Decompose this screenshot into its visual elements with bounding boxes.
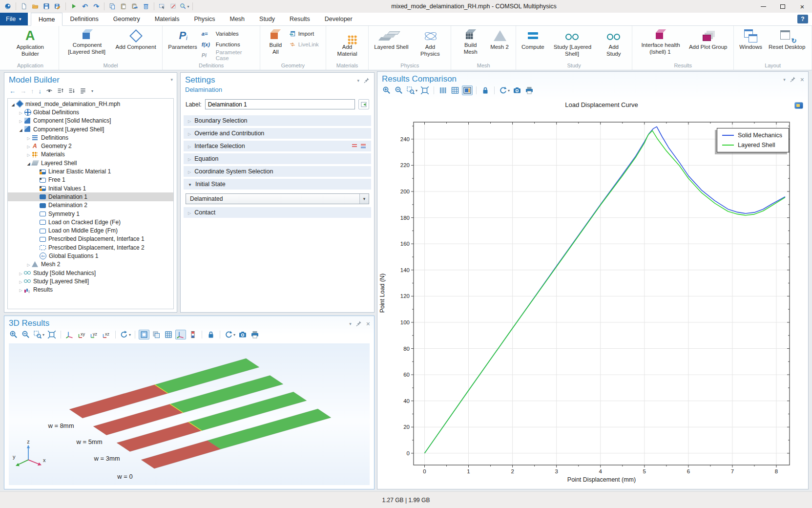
minimize-button[interactable] [753, 0, 773, 13]
ribbon-add-study-button[interactable]: Add Study [599, 27, 628, 58]
selection-layers-icon[interactable] [360, 143, 367, 149]
label-input[interactable] [205, 99, 355, 109]
tree-item[interactable]: Delamination 2 [8, 201, 173, 210]
ribbon-build-mesh-button[interactable]: Build Mesh [455, 27, 486, 56]
color-legend-icon[interactable] [187, 330, 198, 339]
initial-state-select[interactable]: Delaminated [186, 193, 369, 204]
tree-item[interactable]: Linear Elastic Material 1 [8, 167, 173, 175]
save-icon[interactable] [42, 1, 51, 11]
ribbon-component-layered-shell-button[interactable]: Component [Layered Shell] [62, 27, 112, 56]
go-to-node-icon[interactable] [358, 99, 369, 109]
grid-icon[interactable] [163, 330, 174, 339]
maximize-button[interactable] [773, 0, 792, 13]
collapse-all-icon[interactable] [68, 87, 75, 94]
expand-toggle-icon[interactable] [18, 286, 24, 293]
ribbon-add-material-button[interactable]: Add Material [330, 27, 365, 58]
ribbon-mesh-2-button[interactable]: Mesh 2 [488, 27, 512, 51]
copy-icon[interactable] [107, 1, 117, 11]
tree-item[interactable]: Definitions [8, 133, 173, 142]
section-boundary-selection[interactable]: Boundary Selection [184, 115, 371, 126]
section-interface-selection[interactable]: Interface Selection [184, 141, 371, 151]
ribbon-study-layered-shell-button[interactable]: Study [Layered Shell] [548, 27, 598, 58]
undo-icon[interactable]: ↶ [80, 1, 90, 11]
move-up-icon[interactable]: ↑ [31, 88, 34, 94]
graphics-canvas[interactable]: w = 8mm w = 5mm w = 3mm w = 0 z x y [9, 343, 370, 485]
expand-toggle-icon[interactable] [10, 101, 16, 107]
tree-item[interactable]: Prescribed Displacement, Interface 2 [8, 243, 173, 252]
panel-menu-icon[interactable]: ▾ [349, 321, 352, 326]
expand-all-icon[interactable] [57, 87, 64, 94]
redo-icon[interactable]: ↷ [91, 1, 101, 11]
tree-item[interactable]: Materials [8, 150, 173, 159]
close-button[interactable]: × [792, 0, 812, 13]
tree-item[interactable]: Load on Cracked Edge (Fe) [8, 218, 173, 226]
scene-light-icon[interactable] [139, 330, 149, 339]
ribbon-windows-button[interactable]: Windows [737, 27, 765, 51]
tree-item[interactable]: Mesh 2 [8, 260, 173, 269]
zoom-in-icon[interactable] [8, 330, 19, 339]
clear-selection-icon[interactable] [168, 1, 178, 11]
tree-item[interactable]: Initial Values 1 [8, 184, 173, 192]
panel-menu-icon[interactable]: ▾ [170, 77, 173, 82]
ribbon-variables-button[interactable]: a=Variables [202, 29, 256, 38]
section-coordinate-system-selection[interactable]: Coordinate System Selection [184, 166, 371, 177]
ribbon-import-button[interactable]: Import [289, 29, 322, 38]
ribbon-functions-button[interactable]: f(x)Functions [202, 40, 256, 49]
tree-item[interactable]: mixed_mode_delamination_RH.mph [8, 100, 173, 108]
panel-menu-icon[interactable]: ▾ [357, 78, 359, 83]
tree-item[interactable]: Component [Solid Mechanics] [8, 117, 173, 125]
zoom-out-icon[interactable] [21, 330, 31, 339]
expand-toggle-icon[interactable] [18, 126, 24, 133]
duplicate-icon[interactable] [130, 1, 140, 11]
toolbar-more-icon[interactable]: ▾ [91, 89, 93, 93]
view-yz-icon[interactable] [89, 330, 100, 339]
ribbon-livelink-button[interactable]: LiveLink [289, 40, 322, 49]
tab-mesh[interactable]: Mesh [222, 13, 252, 25]
section-override-and-contribution[interactable]: Override and Contribution [184, 128, 371, 139]
tab-geometry[interactable]: Geometry [106, 13, 147, 25]
ribbon-reset-desktop-button[interactable]: Reset Desktop [767, 27, 808, 51]
axis-orientation-icon[interactable] [175, 330, 186, 339]
close-panel-icon[interactable]: × [366, 320, 370, 327]
tree-item[interactable]: Global Definitions [8, 108, 173, 116]
view-xy-icon[interactable] [77, 330, 87, 339]
section-equation[interactable]: Equation [184, 153, 371, 164]
ribbon-add-plot-group-button[interactable]: Add Plot Group [687, 27, 730, 51]
tree-item[interactable]: Delamination 1 [8, 192, 173, 201]
paste-icon[interactable] [119, 1, 128, 11]
print-icon[interactable] [250, 330, 260, 339]
node-text-icon[interactable] [80, 87, 86, 94]
ribbon-parameter-case-button[interactable]: PiParameter Case [202, 51, 256, 60]
tree-item[interactable]: Component [Layered Shell] [8, 125, 173, 133]
ribbon-parameters-button[interactable]: Parameters [166, 27, 200, 51]
expand-toggle-icon[interactable] [25, 261, 32, 268]
ribbon-build-all-button[interactable]: Build All [264, 27, 288, 56]
file-menu-button[interactable]: File▼ [0, 13, 28, 25]
show-icon[interactable] [46, 87, 53, 94]
tree-item[interactable]: Global Equations 1 [8, 252, 173, 260]
ribbon-add-component-button[interactable]: Add Component [113, 27, 159, 51]
tree-item[interactable]: Study [Solid Mechanics] [8, 269, 173, 277]
ribbon-compute-button[interactable]: Compute [520, 27, 546, 51]
tree-item[interactable]: Symmetry 1 [8, 210, 173, 218]
ribbon-layered-shell-button[interactable]: Layered Shell [372, 27, 411, 51]
help-button[interactable]: ? [797, 15, 808, 23]
tree-item[interactable]: Layered Shell [8, 159, 173, 167]
pin-icon[interactable] [355, 320, 362, 327]
tree-item[interactable]: Results [8, 286, 173, 294]
section-contact[interactable]: Contact [184, 207, 371, 218]
open-file-icon[interactable] [30, 1, 40, 11]
transparency-icon[interactable] [151, 330, 162, 339]
run-icon[interactable] [69, 1, 79, 11]
tab-home[interactable]: Home [31, 13, 62, 26]
tree-item[interactable]: Load on Middle Edge (Fm) [8, 226, 173, 234]
move-down-icon[interactable]: ↓ [39, 88, 42, 94]
default-view-icon[interactable] [64, 330, 75, 339]
delete-icon[interactable] [141, 1, 151, 11]
tree-item[interactable]: Geometry 2 [8, 142, 173, 150]
expand-toggle-icon[interactable] [18, 278, 24, 285]
zoom-extents-icon[interactable] [46, 330, 57, 339]
rotate-icon[interactable]: ▾ [119, 330, 131, 339]
snapshot-icon[interactable] [237, 330, 248, 339]
expand-toggle-icon[interactable] [18, 109, 24, 116]
